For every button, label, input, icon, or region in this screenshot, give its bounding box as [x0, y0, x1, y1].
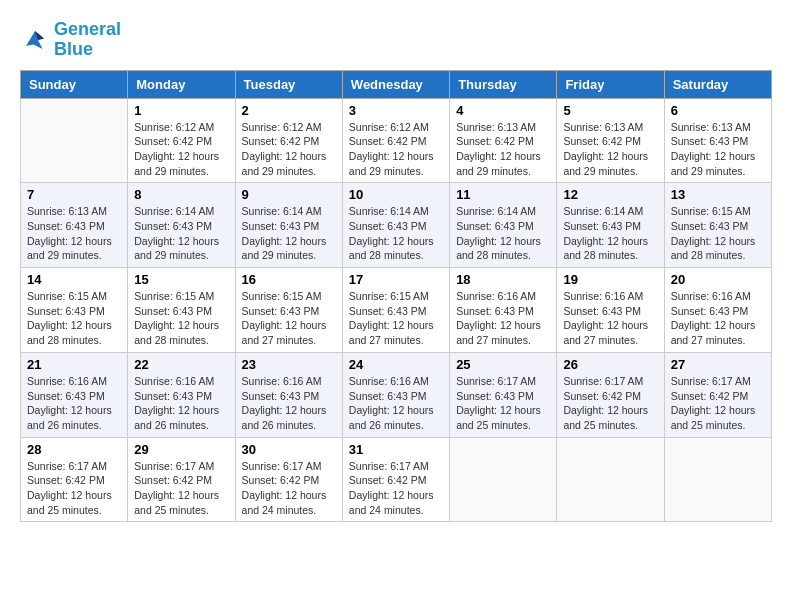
day-info: Sunrise: 6:16 AMSunset: 6:43 PMDaylight:… [134, 374, 228, 433]
day-info: Sunrise: 6:15 AMSunset: 6:43 PMDaylight:… [349, 289, 443, 348]
weekday-header-tuesday: Tuesday [235, 70, 342, 98]
day-number: 12 [563, 187, 657, 202]
day-info: Sunrise: 6:13 AMSunset: 6:42 PMDaylight:… [456, 120, 550, 179]
day-number: 31 [349, 442, 443, 457]
day-info: Sunrise: 6:17 AMSunset: 6:42 PMDaylight:… [349, 459, 443, 518]
calendar-header-row: SundayMondayTuesdayWednesdayThursdayFrid… [21, 70, 772, 98]
calendar-cell [21, 98, 128, 183]
day-number: 6 [671, 103, 765, 118]
day-number: 21 [27, 357, 121, 372]
calendar-cell [557, 437, 664, 522]
calendar-cell: 29Sunrise: 6:17 AMSunset: 6:42 PMDayligh… [128, 437, 235, 522]
calendar-cell: 27Sunrise: 6:17 AMSunset: 6:42 PMDayligh… [664, 352, 771, 437]
calendar-row: 1Sunrise: 6:12 AMSunset: 6:42 PMDaylight… [21, 98, 772, 183]
weekday-header-friday: Friday [557, 70, 664, 98]
calendar-cell [450, 437, 557, 522]
calendar-cell: 5Sunrise: 6:13 AMSunset: 6:42 PMDaylight… [557, 98, 664, 183]
day-number: 15 [134, 272, 228, 287]
day-info: Sunrise: 6:15 AMSunset: 6:43 PMDaylight:… [27, 289, 121, 348]
calendar-cell: 14Sunrise: 6:15 AMSunset: 6:43 PMDayligh… [21, 268, 128, 353]
day-number: 29 [134, 442, 228, 457]
day-number: 8 [134, 187, 228, 202]
day-info: Sunrise: 6:12 AMSunset: 6:42 PMDaylight:… [242, 120, 336, 179]
calendar-cell: 20Sunrise: 6:16 AMSunset: 6:43 PMDayligh… [664, 268, 771, 353]
day-number: 2 [242, 103, 336, 118]
day-info: Sunrise: 6:14 AMSunset: 6:43 PMDaylight:… [349, 204, 443, 263]
day-number: 23 [242, 357, 336, 372]
calendar-cell: 17Sunrise: 6:15 AMSunset: 6:43 PMDayligh… [342, 268, 449, 353]
svg-marker-0 [26, 31, 44, 49]
day-info: Sunrise: 6:15 AMSunset: 6:43 PMDaylight:… [134, 289, 228, 348]
calendar-cell: 11Sunrise: 6:14 AMSunset: 6:43 PMDayligh… [450, 183, 557, 268]
day-info: Sunrise: 6:15 AMSunset: 6:43 PMDaylight:… [671, 204, 765, 263]
day-number: 20 [671, 272, 765, 287]
calendar-cell: 8Sunrise: 6:14 AMSunset: 6:43 PMDaylight… [128, 183, 235, 268]
calendar-cell: 15Sunrise: 6:15 AMSunset: 6:43 PMDayligh… [128, 268, 235, 353]
day-info: Sunrise: 6:13 AMSunset: 6:43 PMDaylight:… [27, 204, 121, 263]
day-info: Sunrise: 6:17 AMSunset: 6:42 PMDaylight:… [242, 459, 336, 518]
calendar-cell: 31Sunrise: 6:17 AMSunset: 6:42 PMDayligh… [342, 437, 449, 522]
day-info: Sunrise: 6:17 AMSunset: 6:42 PMDaylight:… [563, 374, 657, 433]
calendar-cell: 18Sunrise: 6:16 AMSunset: 6:43 PMDayligh… [450, 268, 557, 353]
weekday-header-sunday: Sunday [21, 70, 128, 98]
day-info: Sunrise: 6:13 AMSunset: 6:43 PMDaylight:… [671, 120, 765, 179]
calendar-cell: 22Sunrise: 6:16 AMSunset: 6:43 PMDayligh… [128, 352, 235, 437]
calendar-table: SundayMondayTuesdayWednesdayThursdayFrid… [20, 70, 772, 523]
day-number: 7 [27, 187, 121, 202]
day-info: Sunrise: 6:16 AMSunset: 6:43 PMDaylight:… [242, 374, 336, 433]
calendar-cell: 26Sunrise: 6:17 AMSunset: 6:42 PMDayligh… [557, 352, 664, 437]
calendar-cell: 23Sunrise: 6:16 AMSunset: 6:43 PMDayligh… [235, 352, 342, 437]
day-info: Sunrise: 6:16 AMSunset: 6:43 PMDaylight:… [671, 289, 765, 348]
day-info: Sunrise: 6:17 AMSunset: 6:42 PMDaylight:… [134, 459, 228, 518]
day-number: 25 [456, 357, 550, 372]
day-number: 22 [134, 357, 228, 372]
weekday-header-monday: Monday [128, 70, 235, 98]
logo-text-blue: Blue [54, 40, 121, 60]
day-number: 18 [456, 272, 550, 287]
day-number: 3 [349, 103, 443, 118]
day-info: Sunrise: 6:12 AMSunset: 6:42 PMDaylight:… [134, 120, 228, 179]
calendar-row: 21Sunrise: 6:16 AMSunset: 6:43 PMDayligh… [21, 352, 772, 437]
weekday-header-wednesday: Wednesday [342, 70, 449, 98]
calendar-cell: 10Sunrise: 6:14 AMSunset: 6:43 PMDayligh… [342, 183, 449, 268]
day-number: 30 [242, 442, 336, 457]
calendar-cell: 3Sunrise: 6:12 AMSunset: 6:42 PMDaylight… [342, 98, 449, 183]
logo-icon [20, 25, 50, 55]
day-info: Sunrise: 6:14 AMSunset: 6:43 PMDaylight:… [242, 204, 336, 263]
day-number: 5 [563, 103, 657, 118]
day-info: Sunrise: 6:17 AMSunset: 6:42 PMDaylight:… [671, 374, 765, 433]
calendar-cell: 12Sunrise: 6:14 AMSunset: 6:43 PMDayligh… [557, 183, 664, 268]
calendar-cell: 7Sunrise: 6:13 AMSunset: 6:43 PMDaylight… [21, 183, 128, 268]
day-info: Sunrise: 6:17 AMSunset: 6:43 PMDaylight:… [456, 374, 550, 433]
day-number: 26 [563, 357, 657, 372]
calendar-cell: 9Sunrise: 6:14 AMSunset: 6:43 PMDaylight… [235, 183, 342, 268]
calendar-cell: 28Sunrise: 6:17 AMSunset: 6:42 PMDayligh… [21, 437, 128, 522]
calendar-cell: 21Sunrise: 6:16 AMSunset: 6:43 PMDayligh… [21, 352, 128, 437]
day-number: 16 [242, 272, 336, 287]
day-info: Sunrise: 6:15 AMSunset: 6:43 PMDaylight:… [242, 289, 336, 348]
day-number: 14 [27, 272, 121, 287]
calendar-cell: 13Sunrise: 6:15 AMSunset: 6:43 PMDayligh… [664, 183, 771, 268]
day-number: 13 [671, 187, 765, 202]
calendar-cell: 4Sunrise: 6:13 AMSunset: 6:42 PMDaylight… [450, 98, 557, 183]
day-info: Sunrise: 6:16 AMSunset: 6:43 PMDaylight:… [456, 289, 550, 348]
calendar-cell: 1Sunrise: 6:12 AMSunset: 6:42 PMDaylight… [128, 98, 235, 183]
day-info: Sunrise: 6:14 AMSunset: 6:43 PMDaylight:… [134, 204, 228, 263]
day-number: 19 [563, 272, 657, 287]
day-number: 4 [456, 103, 550, 118]
calendar-row: 14Sunrise: 6:15 AMSunset: 6:43 PMDayligh… [21, 268, 772, 353]
day-number: 1 [134, 103, 228, 118]
day-info: Sunrise: 6:16 AMSunset: 6:43 PMDaylight:… [27, 374, 121, 433]
day-number: 11 [456, 187, 550, 202]
day-number: 9 [242, 187, 336, 202]
day-info: Sunrise: 6:16 AMSunset: 6:43 PMDaylight:… [349, 374, 443, 433]
calendar-cell: 19Sunrise: 6:16 AMSunset: 6:43 PMDayligh… [557, 268, 664, 353]
calendar-row: 7Sunrise: 6:13 AMSunset: 6:43 PMDaylight… [21, 183, 772, 268]
day-info: Sunrise: 6:12 AMSunset: 6:42 PMDaylight:… [349, 120, 443, 179]
calendar-cell: 24Sunrise: 6:16 AMSunset: 6:43 PMDayligh… [342, 352, 449, 437]
weekday-header-thursday: Thursday [450, 70, 557, 98]
calendar-cell: 25Sunrise: 6:17 AMSunset: 6:43 PMDayligh… [450, 352, 557, 437]
day-info: Sunrise: 6:13 AMSunset: 6:42 PMDaylight:… [563, 120, 657, 179]
logo-text: General [54, 20, 121, 40]
day-number: 24 [349, 357, 443, 372]
